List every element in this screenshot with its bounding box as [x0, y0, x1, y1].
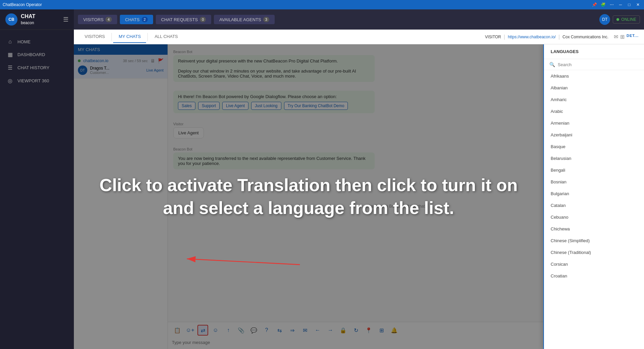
language-search-input[interactable]: [558, 62, 639, 67]
toolbar-arrow-left[interactable]: ←: [312, 325, 323, 336]
sidebar-item-chat-history[interactable]: ☰ CHAT HISTORY: [0, 61, 74, 74]
lang-bosnian[interactable]: Bosnian: [544, 176, 644, 188]
chat-visitor-info: Dragos T... Customer...: [90, 66, 109, 75]
toolbar-attachment[interactable]: 📋: [172, 325, 183, 336]
visitors-label: VISITORS: [83, 17, 103, 22]
sidebar-item-viewport360[interactable]: ◎ VIEWPORT 360: [0, 74, 74, 87]
toolbar-refresh[interactable]: ↻: [351, 325, 361, 336]
lang-corsican[interactable]: Corsican: [544, 258, 644, 270]
close-btn[interactable]: ✕: [635, 1, 641, 8]
chat-item-top: chatbeacon.io 38 sec / 59 sec 🖥 🚩: [78, 58, 164, 63]
sidebar-item-dashboard[interactable]: ▦ DASHBOARD: [0, 48, 74, 61]
visitors-badge: 4: [105, 17, 111, 22]
maximize-btn[interactable]: □: [626, 1, 633, 8]
languages-header: LANGUAGES: [544, 44, 644, 59]
sidebar-item-chathistory-label: CHAT HISTORY: [17, 65, 49, 70]
puzzle-btn[interactable]: 🧩: [600, 1, 606, 8]
lang-azerbaijani[interactable]: Azerbaijani: [544, 129, 644, 141]
available-agents-label: AVAILABLE AGENTS: [219, 17, 261, 22]
menu-btn[interactable]: ⋯: [608, 1, 615, 8]
status-label: ONLINE: [621, 17, 636, 22]
lang-afrikaans[interactable]: Afrikaans: [544, 70, 644, 82]
subtab-my-chats[interactable]: MY CHATS: [113, 31, 146, 43]
app-layout: CB CHATbeacon ☰ ⌂ HOME ▦ DASHBOARD ☰ CHA…: [0, 9, 644, 349]
btn-sales[interactable]: Sales: [178, 102, 195, 110]
lang-belarusian[interactable]: Belarusian: [544, 152, 644, 164]
chat-buttons: Sales Support Live Agent Just Looking Tr…: [178, 102, 370, 110]
lang-arabic[interactable]: Arabic: [544, 105, 644, 117]
msg-bubble-4: You are now being transferred to the nex…: [173, 152, 375, 169]
btn-banking-demo[interactable]: Try Our Banking ChatBot Demo: [284, 102, 348, 110]
toolbar-bell-slash[interactable]: 🔔: [389, 325, 400, 336]
tab-chat-requests[interactable]: CHAT REQUESTS 0: [156, 15, 211, 24]
title-bar: ChatBeacon Operator 📌 🧩 ⋯ ─ □ ✕: [0, 0, 644, 9]
app-title: ChatBeacon Operator: [3, 2, 42, 7]
user-avatar[interactable]: DT: [599, 14, 610, 25]
top-nav: VISITORS 4 CHATS 2 CHAT REQUESTS 0 AVAIL…: [74, 9, 644, 30]
tab-available-agents[interactable]: AVAILABLE AGENTS 3: [214, 15, 275, 24]
sidebar-item-home[interactable]: ⌂ HOME: [0, 35, 74, 48]
toolbar-layers[interactable]: ⊞: [376, 325, 387, 336]
minimize-btn[interactable]: ─: [617, 1, 624, 8]
toolbar-lock[interactable]: 🔒: [338, 325, 349, 336]
detail-label[interactable]: DET...: [627, 34, 639, 40]
toolbar-emoji-plus[interactable]: ☺+: [185, 325, 195, 336]
toolbar-paperclip[interactable]: 📎: [236, 325, 246, 336]
toolbar-question[interactable]: ?: [261, 325, 272, 336]
subtab-visitors[interactable]: VISITORS: [79, 31, 110, 43]
viewport-icon: ◎: [7, 78, 13, 84]
sidebar-logo: CB CHATbeacon ☰: [0, 9, 74, 30]
lang-bengali[interactable]: Bengali: [544, 164, 644, 176]
tab-chats[interactable]: CHATS 2: [120, 15, 153, 24]
chat-item-bottom: DT Dragos T... Customer... Live Agent: [78, 66, 164, 75]
hamburger-menu[interactable]: ☰: [63, 16, 68, 23]
chats-badge: 2: [142, 17, 148, 22]
toolbar-arrow-right[interactable]: →: [325, 325, 336, 336]
subtab-divider: [111, 33, 112, 41]
chat-icon-flag[interactable]: 🚩: [158, 58, 164, 63]
toolbar-email[interactable]: ✉: [300, 325, 310, 336]
tab-visitors[interactable]: VISITORS 4: [78, 15, 117, 24]
btn-support[interactable]: Support: [198, 102, 220, 110]
btn-just-looking[interactable]: Just Looking: [251, 102, 281, 110]
search-box: 🔍: [544, 59, 644, 70]
btn-live-agent[interactable]: Live Agent: [222, 102, 248, 110]
pin-btn[interactable]: 📌: [591, 1, 598, 8]
lang-armenian[interactable]: Armenian: [544, 117, 644, 129]
toolbar-arrows[interactable]: ⇆: [274, 325, 285, 336]
chat-icon-monitor[interactable]: 🖥: [150, 58, 155, 63]
lang-bulgarian[interactable]: Bulgarian: [544, 188, 644, 200]
languages-panel: LANGUAGES 🔍 Afrikaans Albanian Amharic A…: [543, 44, 644, 349]
msg-bubble-3: Live Agent: [173, 127, 204, 138]
toolbar-upload[interactable]: ↑: [223, 325, 234, 336]
chat-header-company: Cox Communications Inc.: [562, 35, 608, 39]
lang-basque[interactable]: Basque: [544, 141, 644, 152]
lang-chinese-traditional[interactable]: Chinese (Traditional): [544, 247, 644, 258]
toolbar-location[interactable]: 📍: [363, 325, 374, 336]
chat-list-item[interactable]: chatbeacon.io 38 sec / 59 sec 🖥 🚩 DT: [74, 55, 168, 79]
lang-chichewa[interactable]: Chichewa: [544, 223, 644, 235]
subtab-all-chats[interactable]: ALL CHATS: [149, 31, 183, 43]
lang-amharic[interactable]: Amharic: [544, 94, 644, 105]
toolbar-chat-bubble[interactable]: 💬: [248, 325, 259, 336]
history-icon: ☰: [7, 64, 13, 71]
toolbar-double-arrow[interactable]: ⇒: [287, 325, 297, 336]
lang-croatian[interactable]: Croatian: [544, 270, 644, 282]
top-nav-right: DT ONLINE: [599, 14, 640, 25]
search-icon: 🔍: [549, 62, 555, 67]
main-content: VISITORS 4 CHATS 2 CHAT REQUESTS 0 AVAIL…: [74, 9, 644, 349]
lang-chinese-simplified[interactable]: Chinese (Simplified): [544, 235, 644, 247]
languages-list[interactable]: Afrikaans Albanian Amharic Arabic Armeni…: [544, 70, 644, 349]
chat-icon-2[interactable]: ⊞: [620, 34, 625, 40]
toolbar-emoji[interactable]: ☺: [210, 325, 221, 336]
lang-cebuano[interactable]: Cebuano: [544, 211, 644, 223]
chat-icon-1[interactable]: ✉: [614, 34, 618, 40]
home-icon: ⌂: [7, 39, 13, 45]
lang-albanian[interactable]: Albanian: [544, 82, 644, 94]
lang-catalan[interactable]: Catalan: [544, 200, 644, 211]
sidebar-item-viewport-label: VIEWPORT 360: [17, 78, 49, 83]
chat-header-url: https://www.chatbeacon.io/: [508, 35, 556, 39]
toolbar-translate[interactable]: ⇄: [197, 325, 208, 336]
online-status[interactable]: ONLINE: [613, 15, 640, 24]
msg-bubble-1: Reinvent your digital presence with the …: [173, 55, 375, 82]
